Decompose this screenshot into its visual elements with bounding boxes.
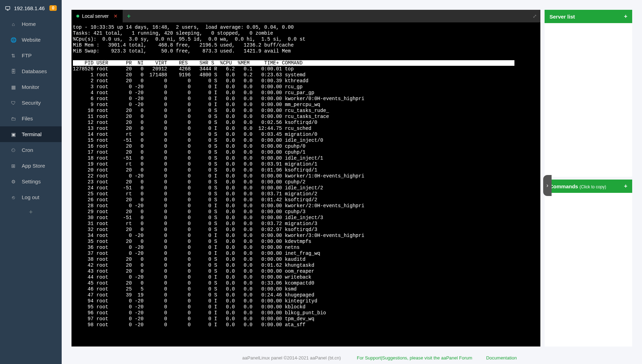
terminal-tab-local[interactable]: Local server ✕ [71, 10, 123, 22]
sidebar-item-app-store[interactable]: ⊞App Store [0, 158, 62, 174]
server-badge[interactable]: 0 [49, 5, 57, 11]
terminal-output[interactable]: top - 10:33:35 up 14 days, 16:48, 2 user… [71, 22, 540, 346]
sidebar-item-terminal[interactable]: ▣Terminal [0, 126, 62, 142]
clock-icon: ⏲ [10, 147, 17, 153]
sidebar-item-cron[interactable]: ⏲Cron [0, 142, 62, 158]
main: Local server ✕ + ⤢ top - 10:33:35 up 14 … [62, 0, 642, 364]
sidebar-item-files[interactable]: 🗀Files [0, 111, 62, 126]
right-panels: Server list + Commands(Click to copy) + [545, 10, 632, 346]
docs-link[interactable]: Documentation [486, 355, 517, 360]
sidebar-item-label: Databases [22, 68, 47, 74]
plus-icon[interactable]: + [624, 13, 627, 20]
status-dot-icon [76, 15, 79, 18]
monitor-icon: ▦ [10, 84, 17, 90]
sidebar-item-website[interactable]: 🌐Website [0, 32, 62, 48]
tab-label: Local server [82, 13, 109, 19]
ftp-icon: ⇅ [10, 53, 17, 58]
sidebar-item-label: Terminal [22, 131, 42, 137]
sidebar-item-label: Cron [22, 147, 33, 153]
terminal-tabs: Local server ✕ + ⤢ [71, 10, 540, 22]
plus-icon[interactable]: + [624, 183, 627, 189]
gear-icon: ⚙ [10, 179, 17, 184]
server-icon [5, 5, 11, 11]
globe-icon: 🌐 [10, 37, 17, 43]
collapse-handle[interactable]: › [543, 175, 552, 196]
sidebar-item-label: Log out [22, 194, 39, 200]
sidebar-item-home[interactable]: ⌂Home [0, 16, 62, 32]
footer: aaPanelLinux panel ©2014-2021 aaPanel (b… [123, 355, 642, 360]
home-icon: ⌂ [10, 21, 17, 27]
commands-body [545, 193, 632, 346]
terminal-panel: Local server ✕ + ⤢ top - 10:33:35 up 14 … [71, 10, 540, 346]
server-header: 192.168.1.46 0 [0, 0, 62, 16]
expand-icon[interactable]: ⤢ [533, 13, 537, 19]
sidebar-item-monitor[interactable]: ▦Monitor [0, 79, 62, 95]
add-tab-icon[interactable]: + [123, 13, 135, 20]
commands-title: Commands(Click to copy) [549, 183, 606, 189]
commands-header[interactable]: Commands(Click to copy) + [545, 180, 632, 193]
sidebar-item-label: Home [22, 21, 36, 27]
sidebar-item-label: App Store [22, 163, 45, 169]
grid-icon: ⊞ [10, 163, 17, 169]
sidebar-item-label: Security [22, 100, 41, 106]
server-list-header[interactable]: Server list + [545, 10, 632, 23]
sidebar-item-label: Monitor [22, 84, 39, 90]
server-list-title: Server list [549, 14, 575, 20]
sidebar-item-label: Files [22, 115, 33, 121]
sidebar: 192.168.1.46 0 ⌂Home🌐Website⇅FTP🗄Databas… [0, 0, 62, 364]
sidebar-item-databases[interactable]: 🗄Databases [0, 63, 62, 79]
support-link[interactable]: For Support|Suggestions, please visit th… [357, 355, 472, 360]
svg-rect-0 [6, 7, 10, 9]
sidebar-item-label: FTP [22, 52, 32, 58]
sidebar-item-ftp[interactable]: ⇅FTP [0, 48, 62, 63]
sidebar-item-security[interactable]: 🛡Security [0, 95, 62, 111]
folder-icon: 🗀 [10, 116, 17, 121]
sidebar-item-settings[interactable]: ⚙Settings [0, 174, 62, 189]
database-icon: 🗄 [10, 69, 17, 74]
copyright: aaPanelLinux panel ©2014-2021 aaPanel (b… [242, 355, 341, 360]
terminal-icon: ▣ [10, 132, 17, 137]
close-icon[interactable]: ✕ [114, 13, 118, 19]
server-ip: 192.168.1.46 [14, 5, 49, 11]
logout-icon: ⎋ [10, 195, 17, 200]
sidebar-item-label: Website [22, 37, 41, 43]
sidebar-item-log-out[interactable]: ⎋Log out [0, 189, 62, 205]
shield-icon: 🛡 [10, 100, 17, 106]
chevron-right-icon: › [546, 182, 548, 189]
sidebar-add[interactable]: + [0, 205, 62, 219]
server-list-body [545, 23, 632, 177]
sidebar-item-label: Settings [22, 178, 41, 184]
